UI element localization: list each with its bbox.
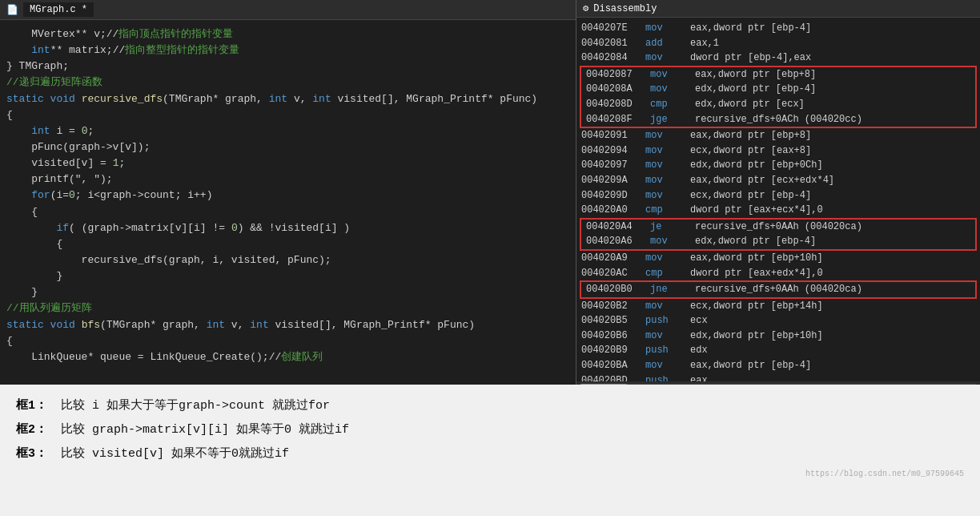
disasm-row: 004020B2 mov ecx,dword ptr [ebp+14h] bbox=[576, 299, 980, 314]
disasm-row: 004020BD push eax bbox=[576, 373, 980, 381]
disasm-addr: 004020AC bbox=[581, 266, 645, 281]
code-line: static void bfs(TMGraph* graph, int v, i… bbox=[0, 317, 576, 333]
disasm-addr: 00402091 bbox=[581, 128, 645, 143]
disasm-box-1: 00402087 mov eax,dword ptr [ebp+8]004020… bbox=[580, 66, 977, 128]
code-line: } bbox=[0, 284, 576, 300]
code-line: //用队列遍历矩阵 bbox=[0, 300, 576, 316]
code-line: pFunc(graph->v[v]); bbox=[0, 139, 576, 155]
disasm-mnemonic: mov bbox=[645, 329, 690, 344]
disasm-mnemonic: mov bbox=[645, 299, 690, 314]
disasm-box-3: 004020B0 jne recursive_dfs+0AAh (004020c… bbox=[580, 280, 977, 299]
disasm-row: 00402091 mov eax,dword ptr [ebp+8] bbox=[576, 128, 980, 143]
disasm-mnemonic: add bbox=[645, 36, 690, 51]
disasm-icon: ⚙ bbox=[583, 2, 588, 14]
disasm-content[interactable]: 0040207E mov eax,dword ptr [ebp-4]004020… bbox=[576, 18, 980, 381]
disasm-row: 004020B6 mov edx,dword ptr [ebp+10h] bbox=[576, 329, 980, 344]
disasm-mnemonic: mov bbox=[645, 143, 690, 159]
disasm-mnemonic: mov bbox=[650, 234, 695, 249]
disasm-operands: eax,dword ptr [ebp+10h] bbox=[690, 251, 823, 266]
disasm-row: 004020BA mov eax,dword ptr [ebp-4] bbox=[576, 358, 980, 373]
disasm-mnemonic: je bbox=[650, 220, 695, 235]
disasm-addr: 0040208F bbox=[586, 112, 650, 127]
disasm-operands: eax,dword ptr [ebp-4] bbox=[690, 21, 811, 36]
code-content[interactable]: MVertex** v;//指向顶点指针的指针变量 int** matrix;/… bbox=[0, 20, 576, 384]
disasm-mnemonic: push bbox=[645, 373, 690, 381]
disasm-mnemonic: mov bbox=[645, 50, 690, 66]
box3-label: 框3： bbox=[16, 442, 58, 466]
box2-text: 比较 graph->matrix[v][i] 如果等于0 就跳过if bbox=[61, 418, 349, 442]
disasm-addr: 0040209D bbox=[581, 188, 645, 204]
code-line: recursive_dfs(graph, i, visited, pFunc); bbox=[0, 252, 576, 268]
disasm-mnemonic: jne bbox=[650, 282, 695, 297]
disasm-operands: ecx,dword ptr [ebp-4] bbox=[690, 188, 811, 204]
disasm-row: 0040209A mov eax,dword ptr [ecx+edx*4] bbox=[576, 173, 980, 188]
box3-text: 比较 visited[v] 如果不等于0就跳过if bbox=[61, 442, 289, 466]
annotation-line-2: 框2： 比较 graph->matrix[v][i] 如果等于0 就跳过if bbox=[16, 418, 964, 442]
disasm-operands: recursive_dfs+0AAh (004020ca) bbox=[695, 220, 862, 235]
disasm-row: 004020A9 mov eax,dword ptr [ebp+10h] bbox=[576, 251, 980, 266]
code-line: { bbox=[0, 333, 576, 349]
disasm-mnemonic: mov bbox=[645, 128, 690, 143]
disasm-row: 004020B9 push edx bbox=[576, 343, 980, 358]
disasm-mnemonic: cmp bbox=[645, 203, 690, 218]
top-panels: 📄 MGraph.c * MVertex** v;//指向顶点指针的指针变量 i… bbox=[0, 0, 980, 385]
code-line: if( (graph->matrix[v][i] != 0) && !visit… bbox=[0, 220, 576, 236]
disasm-addr: 0040209A bbox=[581, 173, 645, 188]
disasm-operands: edx,dword ptr [ecx] bbox=[695, 97, 805, 112]
code-line: MVertex** v;//指向顶点指针的指针变量 bbox=[0, 26, 576, 42]
disasm-operands: ecx,dword ptr [eax+8] bbox=[690, 143, 811, 159]
disasm-title-bar: ⚙ Disassembly bbox=[576, 0, 980, 18]
annotation-line-3: 框3： 比较 visited[v] 如果不等于0就跳过if bbox=[16, 442, 964, 466]
disasm-row: 004020B5 push ecx bbox=[576, 313, 980, 329]
code-line: { bbox=[0, 236, 576, 252]
disasm-operands: edx bbox=[690, 343, 708, 358]
disasm-addr: 004020BD bbox=[581, 373, 645, 381]
disasm-mnemonic: jge bbox=[650, 112, 695, 127]
disasm-tab-title: Disassembly bbox=[593, 3, 657, 14]
disasm-addr: 004020A4 bbox=[586, 220, 650, 235]
disasm-operands: ecx bbox=[690, 313, 708, 329]
disasm-addr: 004020A6 bbox=[586, 234, 650, 249]
annotation-line-1: 框1： 比较 i 如果大于等于graph->count 就跳过for bbox=[16, 394, 964, 418]
code-line: for(i=0; i<graph->count; i++) bbox=[0, 187, 576, 204]
code-title-bar: 📄 MGraph.c * bbox=[0, 0, 576, 20]
disasm-operands: eax,dword ptr [ecx+edx*4] bbox=[690, 173, 834, 188]
disasm-mnemonic: cmp bbox=[650, 97, 695, 112]
disasm-addr: 00402097 bbox=[581, 158, 645, 173]
disasm-row: 00402081 add eax,1 bbox=[576, 36, 980, 51]
disasm-row: 004020AC cmp dword ptr [eax+edx*4],0 bbox=[576, 266, 980, 281]
disasm-row: 00402094 mov ecx,dword ptr [eax+8] bbox=[576, 143, 980, 159]
annotation-panel: 框1： 比较 i 如果大于等于graph->count 就跳过for 框2： 比… bbox=[0, 385, 980, 516]
disasm-row: 0040208A mov edx,dword ptr [ebp-4] bbox=[581, 82, 975, 97]
disasm-mnemonic: mov bbox=[645, 188, 690, 204]
disasm-mnemonic: mov bbox=[645, 173, 690, 188]
disasm-row: 0040208D cmp edx,dword ptr [ecx] bbox=[581, 97, 975, 112]
box1-label: 框1： bbox=[16, 394, 58, 418]
disasm-operands: ecx,dword ptr [ebp+14h] bbox=[690, 299, 823, 314]
code-line: int i = 0; bbox=[0, 123, 576, 139]
disasm-mnemonic: mov bbox=[650, 67, 695, 83]
disasm-addr: 0040208A bbox=[586, 82, 650, 97]
code-tab-title[interactable]: MGraph.c * bbox=[23, 2, 94, 17]
disasm-row: 004020A0 cmp dword ptr [eax+ecx*4],0 bbox=[576, 203, 980, 218]
disasm-mnemonic: cmp bbox=[645, 266, 690, 281]
code-line: int** matrix;//指向整型指针的指针变量 bbox=[0, 42, 576, 58]
disasm-mnemonic: push bbox=[645, 343, 690, 358]
disasm-mnemonic: mov bbox=[650, 82, 695, 97]
disasm-row: 0040207E mov eax,dword ptr [ebp-4] bbox=[576, 21, 980, 36]
code-panel[interactable]: 📄 MGraph.c * MVertex** v;//指向顶点指针的指针变量 i… bbox=[0, 0, 576, 385]
disasm-operands: dword ptr [eax+ecx*4],0 bbox=[690, 203, 823, 218]
code-line: } TMGraph; bbox=[0, 58, 576, 75]
disasm-row: 00402084 mov dword ptr [ebp-4],eax bbox=[576, 50, 980, 66]
disasm-operands: edx,dword ptr [ebp+10h] bbox=[690, 329, 823, 344]
disasm-row: 00402087 mov eax,dword ptr [ebp+8] bbox=[581, 67, 975, 83]
disasm-addr: 004020B0 bbox=[586, 282, 650, 297]
disasm-panel[interactable]: ⚙ Disassembly 0040207E mov eax,dword ptr… bbox=[576, 0, 980, 385]
disasm-box-2: 004020A4 je recursive_dfs+0AAh (004020ca… bbox=[580, 218, 977, 251]
disasm-addr: 00402087 bbox=[586, 67, 650, 83]
disasm-operands: edx,dword ptr [ebp+0Ch] bbox=[690, 158, 823, 173]
box2-label: 框2： bbox=[16, 418, 58, 442]
watermark: https://blog.csdn.net/m0_97599645 bbox=[805, 466, 964, 482]
disasm-row: 004020B0 jne recursive_dfs+0AAh (004020c… bbox=[581, 282, 975, 297]
disasm-addr: 0040208D bbox=[586, 97, 650, 112]
